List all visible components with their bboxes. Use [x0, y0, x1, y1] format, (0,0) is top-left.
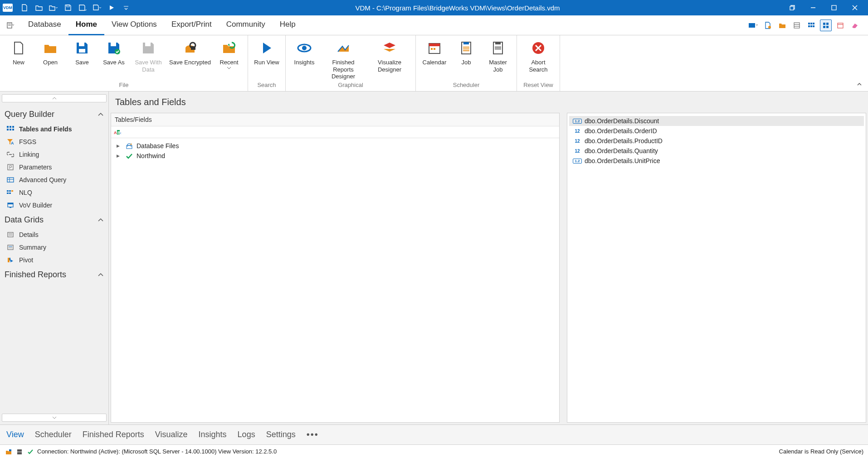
svg-rect-7 — [749, 23, 755, 28]
window-minimize-button[interactable] — [803, 0, 824, 15]
ribbon-abort-search-button[interactable]: Abort Search — [522, 38, 555, 73]
theme-swatch-icon[interactable] — [747, 19, 759, 31]
job-icon — [458, 40, 474, 56]
grid1-icon[interactable] — [791, 19, 803, 31]
qa-new-icon[interactable] — [18, 1, 31, 14]
chevron-down-icon — [227, 66, 231, 70]
bottom-tab-settings[interactable]: Settings — [266, 430, 296, 439]
menu-home[interactable]: Home — [68, 15, 104, 35]
sidebar-expand-up[interactable] — [2, 94, 107, 102]
window-maximize-button[interactable] — [824, 0, 844, 15]
qa-saveas-icon[interactable] — [76, 1, 89, 14]
grid2-icon[interactable] — [805, 19, 817, 31]
menu-view-options[interactable]: View Options — [104, 15, 164, 35]
svg-rect-17 — [813, 25, 814, 27]
ribbon-run-view-button[interactable]: Run View — [253, 38, 281, 66]
app-menu-button[interactable] — [4, 19, 17, 32]
expand-icon[interactable]: ▶ — [117, 154, 122, 158]
sidebar-section-data-grids[interactable]: Data Grids — [2, 212, 107, 228]
field-unitprice[interactable]: 1.2dbo.OrderDetails.UnitPrice — [569, 156, 864, 166]
bottom-tab-scheduler[interactable]: Scheduler — [35, 430, 72, 439]
bottom-tab-view[interactable]: View — [6, 430, 24, 439]
grid3-icon[interactable] — [820, 19, 832, 31]
bottom-tab-logs[interactable]: Logs — [238, 430, 255, 439]
qa-save-dd-icon[interactable] — [91, 1, 103, 14]
ribbon-job-button[interactable]: Job — [452, 38, 480, 66]
folder-icon[interactable] — [776, 19, 788, 31]
field-quantity[interactable]: 12dbo.OrderDetails.Quantity — [569, 146, 864, 156]
ribbon-finished-reports-designer-button[interactable]: Finished Reports Designer — [322, 38, 365, 80]
ribbon-master-job-button[interactable]: Master Job — [484, 38, 512, 73]
sidebar-item-details[interactable]: Details — [2, 228, 107, 241]
menu-database[interactable]: Database — [21, 15, 68, 35]
sidebar-item-pivot[interactable]: Pivot — [2, 254, 107, 266]
svg-rect-56 — [7, 178, 14, 182]
menu-export/print[interactable]: Export/Print — [164, 15, 219, 35]
ribbon-calendar-button[interactable]: Calendar — [420, 38, 449, 66]
ribbon-insights-button[interactable]: Insights — [290, 38, 318, 66]
sidebar-item-fsgs[interactable]: AFSGS — [2, 135, 107, 148]
sidebar-item-tables-and-fields[interactable]: Tables and Fields — [2, 123, 107, 135]
svg-rect-62 — [7, 193, 9, 194]
ribbon-save-button[interactable]: Save — [68, 38, 96, 66]
menu-community[interactable]: Community — [219, 15, 273, 35]
qa-run-icon[interactable] — [105, 1, 118, 14]
sidebar-item-advanced-query[interactable]: Advanced Query — [2, 174, 107, 186]
expand-icon[interactable]: ▶ — [117, 144, 122, 148]
field-productid[interactable]: 12dbo.OrderDetails.ProductID — [569, 136, 864, 146]
int-type-icon: 12 — [573, 139, 582, 144]
qa-open-icon[interactable] — [33, 1, 45, 14]
window-restore-alt-button[interactable] — [782, 0, 803, 15]
tree-item-northwind[interactable]: ▶Northwind — [113, 151, 557, 161]
svg-point-8 — [768, 26, 771, 29]
menu-help[interactable]: Help — [273, 15, 303, 35]
tree-filter-row[interactable]: ABc — [111, 126, 559, 138]
ribbon-visualize-designer-button[interactable]: Visualize Designer — [368, 38, 411, 73]
bottom-tabs-more[interactable]: ••• — [307, 429, 319, 440]
ribbon-new-button[interactable]: New — [5, 38, 33, 66]
svg-rect-3 — [832, 5, 836, 10]
abort-search-icon — [530, 40, 546, 56]
ribbon-collapse-button[interactable] — [855, 80, 863, 88]
tree-item-database-files[interactable]: ▶Database Files — [113, 141, 557, 151]
status-server-icon — [15, 448, 24, 456]
svg-rect-19 — [826, 23, 829, 25]
qa-customize-icon[interactable] — [120, 1, 132, 14]
field-orderid[interactable]: 12dbo.OrderDetails.OrderID — [569, 126, 864, 136]
chevron-up-icon — [98, 112, 104, 117]
content-area: Tables and Fields Tables/Fields ABc ▶Dat… — [109, 92, 868, 424]
filter-icon: A — [6, 138, 15, 146]
window-close-button[interactable] — [844, 0, 865, 15]
ribbon-save-as-button[interactable]: Save As — [100, 38, 128, 66]
sidebar-item-vov-builder[interactable]: VoV Builder — [2, 199, 107, 212]
sidebar-item-nlq[interactable]: NLQ — [2, 186, 107, 199]
new-doc-icon[interactable] — [762, 19, 774, 31]
calendar-mini-icon[interactable] — [834, 19, 846, 31]
qa-save-icon[interactable] — [62, 1, 74, 14]
bottom-tab-visualize[interactable]: Visualize — [155, 430, 188, 439]
sidebar-item-parameters[interactable]: PParameters — [2, 161, 107, 174]
qa-open-dd-icon[interactable] — [47, 1, 60, 14]
ribbon-open-button[interactable]: Open — [36, 38, 64, 66]
ribbon-save-encrypted-button[interactable]: Save Encrypted — [169, 38, 211, 66]
ribbon-recent-button[interactable]: Recent — [215, 38, 243, 70]
eraser-icon[interactable] — [849, 19, 861, 31]
bottom-tab-finished-reports[interactable]: Finished Reports — [83, 430, 144, 439]
svg-rect-30 — [191, 46, 195, 50]
svg-rect-26 — [111, 43, 116, 46]
summary-icon — [6, 243, 15, 251]
svg-rect-18 — [823, 23, 825, 25]
sidebar-item-linking[interactable]: Linking — [2, 148, 107, 161]
sidebar-expand-down[interactable] — [2, 414, 107, 422]
link-icon — [6, 150, 15, 159]
field-discount[interactable]: 1.2dbo.OrderDetails.Discount — [569, 116, 864, 126]
bottom-tab-insights[interactable]: Insights — [199, 430, 227, 439]
svg-rect-70 — [8, 245, 13, 250]
status-connection: Connection: Northwind (Active): (Microso… — [37, 448, 277, 455]
view-mode-icons — [747, 19, 864, 31]
sidebar-section-finished-reports[interactable]: Finished Reports — [2, 266, 107, 283]
svg-rect-48 — [10, 126, 11, 128]
svg-rect-65 — [8, 203, 13, 204]
sidebar-item-summary[interactable]: Summary — [2, 241, 107, 254]
sidebar-section-query-builder[interactable]: Query Builder — [2, 106, 107, 123]
